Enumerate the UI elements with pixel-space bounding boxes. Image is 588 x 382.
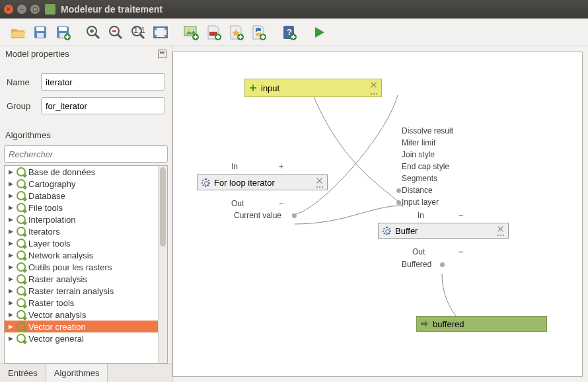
tree-item[interactable]: ▶Vector creation xyxy=(5,321,158,332)
save-button[interactable] xyxy=(29,21,52,44)
more-icon[interactable] xyxy=(371,93,377,95)
qgis-icon xyxy=(17,298,26,307)
qgis-icon xyxy=(17,274,26,284)
buffer-node-label: Buffer xyxy=(395,226,418,236)
port-label: Out xyxy=(412,247,425,256)
model-name-input[interactable] xyxy=(41,73,165,91)
close-icon[interactable] xyxy=(370,81,377,89)
model-canvas[interactable]: input In + For loop iterator Out − Curre… xyxy=(172,52,583,377)
toolbar: 1:1 ? xyxy=(0,19,588,46)
close-icon[interactable] xyxy=(316,177,323,184)
app-icon xyxy=(45,4,55,15)
panel-tabs: Entrées Algorithmes xyxy=(0,363,172,382)
svg-point-16 xyxy=(187,28,190,31)
port-minus: − xyxy=(459,247,463,256)
port-label: Buffered xyxy=(402,260,431,269)
run-button[interactable] xyxy=(308,21,330,44)
window-title: Modeleur de traitement xyxy=(61,4,163,15)
port-dot[interactable] xyxy=(396,188,401,193)
left-panel: Model properties Name Group Algorithmes … xyxy=(0,46,172,382)
qgis-icon xyxy=(17,262,26,272)
svg-text:1:1: 1:1 xyxy=(133,25,145,35)
port-dot[interactable] xyxy=(396,200,401,205)
svg-line-10 xyxy=(118,34,122,38)
qgis-icon xyxy=(17,286,26,295)
tree-item[interactable]: ▶Raster analysis xyxy=(5,273,158,285)
port-label: Dissolve result xyxy=(402,126,453,135)
model-properties-header: Model properties xyxy=(0,46,172,61)
window-close-button[interactable]: ✕ xyxy=(4,5,13,14)
search-input[interactable] xyxy=(4,145,168,163)
zoom-fit-button[interactable] xyxy=(149,21,172,44)
window-maximize-button[interactable]: ▢ xyxy=(30,5,40,14)
qgis-icon xyxy=(17,250,26,260)
input-node[interactable]: input xyxy=(244,79,382,97)
qgis-icon xyxy=(17,179,26,188)
arrow-right-icon xyxy=(421,320,429,328)
port-label: Segments xyxy=(402,174,437,183)
more-icon[interactable] xyxy=(316,186,323,188)
svg-rect-2 xyxy=(37,33,44,38)
zoom-actual-button[interactable]: 1:1 xyxy=(127,21,149,44)
tree-item[interactable]: ▶Cartography xyxy=(5,178,158,190)
plus-icon xyxy=(249,84,257,92)
port-minus: − xyxy=(459,211,463,220)
tree-item[interactable]: ▶Vector general xyxy=(5,332,158,344)
tree-item[interactable]: ▶File tools xyxy=(5,202,158,213)
tree-item[interactable]: ▶Raster terrain analysis xyxy=(5,285,158,297)
tree-item[interactable]: ▶Base de données xyxy=(5,166,158,178)
tab-algorithms[interactable]: Algorithmes xyxy=(46,363,108,382)
port-label: In xyxy=(418,211,424,220)
tree-item[interactable]: ▶Network analysis xyxy=(5,249,158,261)
port-label: Distance xyxy=(402,186,433,195)
gear-icon xyxy=(202,178,210,187)
dock-icon[interactable] xyxy=(158,50,166,58)
save-as-button[interactable] xyxy=(52,21,74,44)
port-label: Out xyxy=(231,199,244,208)
export-svg-button[interactable] xyxy=(225,21,247,44)
export-image-button[interactable] xyxy=(180,21,202,44)
port-label: Current value xyxy=(234,211,281,220)
qgis-icon xyxy=(17,167,26,176)
forloop-node-label: For loop iterator xyxy=(214,178,275,188)
buffer-node[interactable]: Buffer xyxy=(378,223,509,239)
model-group-input[interactable] xyxy=(41,97,165,114)
qgis-icon xyxy=(17,334,26,343)
port-dot[interactable] xyxy=(292,213,297,218)
port-label: End cap style xyxy=(402,162,449,171)
window-minimize-button[interactable]: − xyxy=(17,5,26,14)
export-python-button[interactable] xyxy=(247,21,270,44)
tree-item[interactable]: ▶Iterators xyxy=(5,225,158,237)
close-icon[interactable] xyxy=(497,225,504,233)
tree-item[interactable]: ▶Database xyxy=(5,190,158,202)
zoom-in-button[interactable] xyxy=(82,21,104,44)
forloop-node[interactable]: For loop iterator xyxy=(197,174,328,190)
tree-scrollbar[interactable] xyxy=(158,166,167,363)
port-label: Join style xyxy=(402,150,435,159)
input-node-label: input xyxy=(261,83,279,93)
qgis-icon xyxy=(17,322,26,331)
port-dot[interactable] xyxy=(440,262,445,267)
open-button[interactable] xyxy=(7,21,29,44)
tab-inputs[interactable]: Entrées xyxy=(0,364,46,382)
help-button[interactable]: ? xyxy=(277,21,300,44)
gear-icon xyxy=(383,227,391,235)
svg-rect-4 xyxy=(59,27,67,31)
port-label: In xyxy=(231,162,238,171)
port-minus: − xyxy=(279,199,283,208)
tree-item[interactable]: ▶Outils pour les rasters xyxy=(5,261,158,273)
tree-item[interactable]: ▶Vector analysis xyxy=(5,309,158,321)
export-pdf-button[interactable] xyxy=(202,21,225,44)
algorithm-tree[interactable]: ▶Base de données▶Cartography▶Database▶Fi… xyxy=(4,165,168,363)
tree-item[interactable]: ▶Layer tools xyxy=(5,237,158,249)
qgis-icon xyxy=(17,310,26,319)
zoom-out-button[interactable] xyxy=(104,21,127,44)
more-icon[interactable] xyxy=(497,235,504,236)
port-plus: + xyxy=(279,162,283,171)
tree-item[interactable]: ▶Raster tools xyxy=(5,297,158,309)
qgis-icon xyxy=(17,227,26,236)
tree-item[interactable]: ▶Interpolation xyxy=(5,213,158,225)
svg-line-8 xyxy=(95,34,99,38)
output-node[interactable]: buffered xyxy=(416,316,547,332)
titlebar: ✕ − ▢ Modeleur de traitement xyxy=(0,0,588,19)
